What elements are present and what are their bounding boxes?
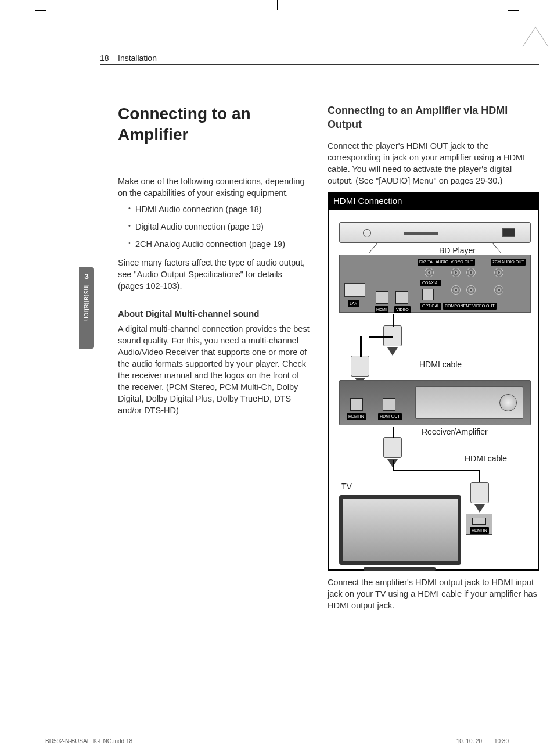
diagram-title: HDMI Connection	[328, 192, 539, 211]
tray-icon	[404, 232, 438, 235]
bd-player-rear-panel: LAN HDMI VIDEO DIGITAL AUDIO OUT COAXIAL…	[339, 255, 531, 313]
lan-label: LAN	[348, 300, 359, 307]
header-rule	[100, 64, 539, 65]
subheading: About Digital Multi-channel sound	[118, 308, 310, 320]
hdmi-cable-label: HDMI cable	[419, 359, 462, 370]
hdmi-connector-icon	[383, 437, 402, 458]
receiver-label: Receiver/Amplifier	[422, 427, 488, 438]
leader-line	[404, 364, 417, 364]
receiver-icon: HDMI IN HDMI OUT	[339, 380, 531, 425]
list-item: 2CH Analog Audio connection (page 19)	[128, 238, 310, 250]
intro-paragraph: Make one of the following connections, d…	[118, 175, 310, 199]
cable-icon	[393, 470, 480, 471]
power-button-icon	[363, 229, 371, 237]
header-section: Installation	[118, 53, 157, 63]
arrow-down-icon	[387, 347, 398, 356]
bd-player-front-icon	[339, 222, 531, 243]
video-label: VIDEO	[394, 306, 411, 313]
cable-icon	[393, 427, 394, 438]
coaxial-label: COAXIAL	[420, 280, 441, 286]
rca-jack-icon	[494, 268, 503, 277]
hdmi-port-icon	[376, 291, 388, 304]
tv-input-panel-icon: HDMI IN	[466, 514, 492, 535]
tv-stand-icon	[364, 567, 436, 571]
rca-jack-icon	[494, 285, 503, 295]
arrow-down-icon	[474, 504, 485, 513]
hdmi-in-label: HDMI IN	[470, 527, 489, 534]
sub-body: A digital multi-channel connection provi…	[118, 323, 310, 416]
page-title: Connecting to an Amplifier	[118, 103, 310, 145]
section-tab: 3 Installation	[79, 267, 94, 349]
footer-time: 10:30	[494, 738, 509, 744]
list-item: HDMI Audio connection (page 18)	[128, 203, 310, 215]
rca-jack-icon	[451, 285, 461, 295]
tv-icon	[339, 495, 461, 565]
cable-icon	[393, 460, 394, 470]
cable-icon	[393, 314, 394, 327]
right-outro: Connect the amplifier's HDMI output jack…	[328, 576, 539, 611]
tv-label: TV	[341, 481, 352, 492]
hdmi-out-label: HDMI OUT	[378, 413, 402, 420]
hdmi-connector-icon	[351, 356, 369, 377]
cable-icon	[479, 470, 480, 483]
hdmi-connector-icon	[470, 482, 489, 503]
coaxial-jack-icon	[425, 268, 434, 277]
hdmi-in-label: HDMI IN	[347, 413, 366, 420]
receiver-face-icon	[415, 386, 523, 419]
right-title: Connecting to an Amplifier via HDMI Outp…	[328, 103, 539, 132]
leader-line	[451, 458, 463, 458]
callout-line	[434, 243, 501, 253]
display-icon	[502, 228, 515, 237]
connection-list: HDMI Audio connection (page 18) Digital …	[118, 203, 310, 250]
cable-icon	[369, 336, 393, 338]
video-out-label: VIDEO OUT	[449, 259, 475, 266]
rca-jack-icon	[451, 268, 461, 277]
hdmi-port-icon	[350, 398, 363, 411]
list-item: Digital Audio connection (page 19)	[128, 221, 310, 232]
footer-file: BD592-N-BUSALLK-ENG.indd 18	[45, 738, 132, 744]
footer: BD592-N-BUSALLK-ENG.indd 18 10. 10. 20 1…	[39, 738, 515, 744]
optical-label: OPTICAL	[420, 303, 441, 310]
cable-icon	[360, 336, 362, 357]
rca-jack-icon	[466, 285, 476, 295]
note-paragraph: Since many factors affect the type of au…	[118, 257, 310, 292]
section-tab-number: 3	[84, 272, 88, 281]
diagram-container: HDMI Connection BD Player LAN HDMI	[328, 192, 539, 571]
section-tab-label: Installation	[82, 284, 91, 321]
right-intro: Connect the player's HDMI OUT jack to th…	[328, 140, 539, 187]
hdmi-cable-label: HDMI cable	[465, 453, 507, 464]
footer-date: 10. 10. 20	[456, 738, 482, 744]
hdmi-port-icon	[383, 398, 395, 411]
component-label: COMPONENT VIDEO OUT	[443, 303, 497, 310]
hdmi-label: HDMI	[375, 306, 388, 313]
hdmi-port-icon	[472, 518, 486, 525]
knob-icon	[499, 394, 517, 411]
page-number: 18	[100, 53, 109, 63]
video-port-icon	[395, 291, 408, 304]
lan-port-icon	[344, 283, 365, 297]
optical-port-icon	[422, 289, 434, 300]
registration-mark	[523, 27, 549, 67]
twoch-label: 2CH AUDIO OUT	[491, 259, 526, 266]
rca-jack-icon	[466, 268, 476, 277]
hdmi-connection-diagram: BD Player LAN HDMI VIDEO DIGITAL AUDIO O…	[328, 210, 539, 571]
callout-line	[368, 243, 435, 253]
